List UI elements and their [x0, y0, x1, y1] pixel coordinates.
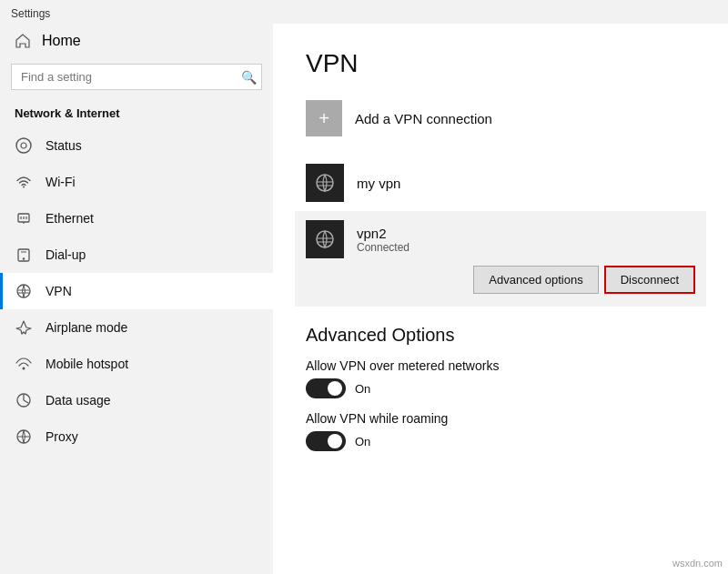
- toggle-control-metered: On: [306, 378, 695, 398]
- proxy-icon: [15, 428, 33, 446]
- sidebar-item-proxy-label: Proxy: [46, 429, 78, 444]
- ethernet-icon: [15, 209, 33, 227]
- toggle-row-metered: Allow VPN over metered networks On: [306, 358, 695, 398]
- toggle-text-metered: On: [355, 382, 370, 396]
- dialup-icon: [15, 246, 33, 264]
- toggle-roaming[interactable]: [306, 431, 346, 451]
- disconnect-button[interactable]: Disconnect: [604, 266, 695, 294]
- search-input[interactable]: [11, 64, 262, 90]
- svg-point-13: [23, 368, 25, 370]
- vpn-item-info-myvpn: my vpn: [357, 176, 695, 191]
- add-vpn-label: Add a VPN connection: [355, 111, 492, 126]
- toggle-control-roaming: On: [306, 431, 695, 451]
- title-bar: Settings: [0, 0, 728, 24]
- hotspot-icon: [15, 355, 33, 373]
- svg-point-10: [17, 285, 30, 297]
- sidebar-item-dialup-label: Dial-up: [46, 247, 86, 262]
- sidebar-item-hotspot-label: Mobile hotspot: [46, 357, 128, 371]
- advanced-options-title: Advanced Options: [306, 325, 695, 346]
- sidebar-item-hotspot[interactable]: Mobile hotspot: [0, 346, 273, 382]
- sidebar-item-dialup[interactable]: Dial-up: [0, 237, 273, 273]
- sidebar-item-proxy[interactable]: Proxy: [0, 418, 273, 455]
- toggle-label-roaming: Allow VPN while roaming: [306, 411, 695, 426]
- svg-point-1: [23, 186, 25, 188]
- search-button[interactable]: 🔍: [241, 70, 257, 85]
- sidebar-item-wifi[interactable]: Wi-Fi: [0, 164, 273, 200]
- vpn-sidebar-icon: [15, 282, 33, 300]
- add-vpn-button[interactable]: + Add a VPN connection: [306, 100, 695, 136]
- sidebar-item-airplane[interactable]: Airplane mode: [0, 309, 273, 346]
- toggle-text-roaming: On: [355, 435, 370, 448]
- airplane-icon: [15, 318, 33, 337]
- sidebar-item-ethernet[interactable]: Ethernet: [0, 200, 273, 237]
- svg-point-0: [16, 138, 31, 153]
- toggle-label-metered: Allow VPN over metered networks: [306, 358, 695, 373]
- sidebar-item-status[interactable]: Status: [0, 127, 273, 164]
- home-icon: [15, 33, 31, 49]
- sidebar-section-title: Network & Internet: [0, 101, 273, 127]
- sidebar-item-datausage-label: Data usage: [46, 393, 111, 408]
- vpn-actions: Advanced options Disconnect: [306, 258, 695, 297]
- vpn-item-vpn2[interactable]: vpn2 Connected: [306, 220, 695, 258]
- sidebar-item-home[interactable]: Home: [0, 24, 273, 58]
- page-title: VPN: [306, 49, 695, 78]
- datausage-icon: [15, 391, 33, 409]
- svg-point-20: [317, 231, 333, 247]
- sidebar: Home 🔍 Network & Internet Status: [0, 24, 273, 574]
- watermark: wsxdn.com: [672, 558, 723, 569]
- vpn-item-icon-myvpn: [306, 164, 344, 202]
- sidebar-search-container: 🔍: [11, 64, 262, 90]
- wifi-icon: [15, 173, 33, 191]
- add-vpn-icon: +: [306, 100, 342, 136]
- vpn-item-myvpn[interactable]: my vpn: [306, 155, 695, 211]
- vpn-item-name-vpn2: vpn2: [357, 226, 695, 241]
- toggle-row-roaming: Allow VPN while roaming On: [306, 411, 695, 451]
- sidebar-item-vpn[interactable]: VPN: [0, 273, 273, 309]
- sidebar-item-ethernet-label: Ethernet: [46, 211, 94, 226]
- sidebar-item-status-label: Status: [46, 138, 82, 153]
- sidebar-item-wifi-label: Wi-Fi: [46, 175, 76, 189]
- svg-point-17: [317, 175, 333, 191]
- sidebar-item-vpn-label: VPN: [46, 284, 72, 298]
- vpn-item-info-vpn2: vpn2 Connected: [357, 226, 695, 254]
- app-title: Settings: [11, 7, 50, 20]
- vpn-item-icon-vpn2: [306, 220, 344, 258]
- sidebar-home-label: Home: [42, 33, 81, 49]
- main-content: VPN + Add a VPN connection my vpn: [273, 24, 728, 574]
- advanced-options-button[interactable]: Advanced options: [473, 266, 598, 294]
- svg-point-8: [23, 257, 25, 259]
- vpn-item-vpn2-container: vpn2 Connected Advanced options Disconne…: [295, 211, 706, 307]
- sidebar-item-airplane-label: Airplane mode: [46, 320, 127, 335]
- app-body: Home 🔍 Network & Internet Status: [0, 24, 728, 574]
- status-icon: [15, 136, 33, 155]
- sidebar-item-datausage[interactable]: Data usage: [0, 382, 273, 418]
- vpn-item-name-myvpn: my vpn: [357, 176, 695, 191]
- toggle-metered[interactable]: [306, 378, 346, 398]
- vpn-item-status-vpn2: Connected: [357, 241, 695, 254]
